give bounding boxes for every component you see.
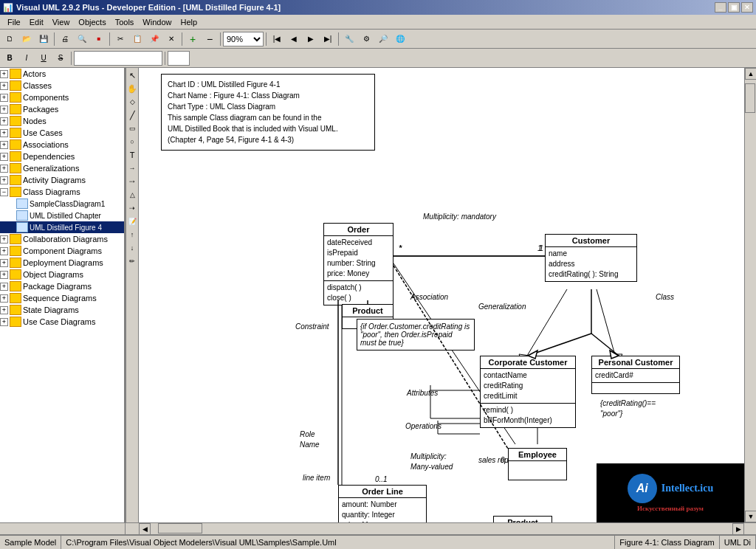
font-name-input[interactable] <box>74 51 162 66</box>
print-button[interactable]: 🖨 <box>57 31 73 47</box>
cut-button[interactable]: ✂ <box>112 31 128 47</box>
strikethrough-button[interactable]: S <box>52 50 69 66</box>
tree-item-packages[interactable]: + Packages <box>0 103 124 115</box>
h-scroll-thumb[interactable] <box>158 523 202 534</box>
bold-button[interactable]: B <box>1 50 18 66</box>
expand-dependencies[interactable]: + <box>0 153 8 161</box>
expand-collaboration[interactable]: + <box>0 235 8 244</box>
expand-component-diag[interactable]: + <box>0 247 8 255</box>
tree-item-collaboration[interactable]: + Collaboration Diagrams <box>0 233 124 245</box>
new-button[interactable]: 🗋 <box>1 31 18 47</box>
expand-usecase-diag[interactable]: + <box>0 318 8 326</box>
tree-item-state[interactable]: + State Diagrams <box>0 304 124 316</box>
paste-button[interactable]: 📌 <box>146 31 162 47</box>
tool-text[interactable]: T <box>126 149 138 161</box>
expand-sequence[interactable]: + <box>0 294 8 303</box>
scroll-up-button[interactable]: ▲ <box>745 68 756 80</box>
menu-window[interactable]: Window <box>138 16 176 28</box>
vertical-scrollbar[interactable]: ▲ ▼ <box>744 68 756 522</box>
tree-item-activity[interactable]: + Activity Diagrams <box>0 174 124 186</box>
class-personal[interactable]: Personal Customer creditCard# <box>591 356 680 394</box>
font-size-input[interactable] <box>168 51 190 66</box>
tree-item-sample1[interactable]: SampleClassDiagram1 <box>0 198 124 210</box>
scroll-right-button[interactable]: ▶ <box>732 523 744 535</box>
tree-item-usecases[interactable]: + Use Cases <box>0 127 124 139</box>
scroll-thumb[interactable] <box>745 83 755 113</box>
expand-classes[interactable]: + <box>0 82 8 90</box>
expand-classdiagrams[interactable]: − <box>0 188 8 196</box>
expand-activity[interactable]: + <box>0 176 8 184</box>
tree-item-components[interactable]: + Components <box>0 92 124 103</box>
menu-file[interactable]: File <box>3 16 25 28</box>
tree-item-distilled-ch[interactable]: UML Distilled Chapter <box>0 210 124 221</box>
tool-gen[interactable]: △ <box>126 189 138 201</box>
tree-item-generalizations[interactable]: + Generalizations <box>0 162 124 174</box>
tree-item-nodes[interactable]: + Nodes <box>0 115 124 127</box>
nav-fwd-button[interactable]: ▶ <box>303 31 319 47</box>
expand-actors[interactable]: + <box>0 70 8 78</box>
tree-item-deployment[interactable]: + Deployment Diagrams <box>0 257 124 269</box>
expand-generalizations[interactable]: + <box>0 165 8 173</box>
zoom-select[interactable]: 50% 75% 90% 100% 125% 150% 200% <box>223 32 264 46</box>
save-button[interactable]: 💾 <box>35 31 52 47</box>
menu-help[interactable]: Help <box>176 16 202 28</box>
tree-item-distilled-fig4[interactable]: UML Distilled Figure 4 <box>0 221 124 233</box>
class-orderline[interactable]: Order Line amount: Number quantity: Inte… <box>338 485 427 522</box>
nav-next-button[interactable]: ▶| <box>320 31 336 47</box>
expand-object[interactable]: + <box>0 271 8 279</box>
copy-button[interactable]: 📋 <box>129 31 145 47</box>
tree-item-actors[interactable]: + Actors <box>0 68 124 80</box>
tool2-button[interactable]: ⚙ <box>358 31 374 47</box>
tree-item-dependencies[interactable]: + Dependencies <box>0 151 124 162</box>
tool-arrow[interactable]: → <box>126 162 138 174</box>
tool-select[interactable]: ↖ <box>126 69 138 81</box>
tool-down[interactable]: ↓ <box>126 242 138 254</box>
expand-deployment[interactable]: + <box>0 259 8 267</box>
print-preview-button[interactable]: 🔍 <box>74 31 90 47</box>
class-customer[interactable]: Customer name address creditRating( ): S… <box>545 234 637 282</box>
scroll-down-button[interactable]: ▼ <box>745 511 756 522</box>
menu-tools[interactable]: Tools <box>111 16 139 28</box>
italic-button[interactable]: I <box>18 50 35 66</box>
expand-state[interactable]: + <box>0 306 8 314</box>
tree-item-package-diag[interactable]: + Package Diagrams <box>0 280 124 292</box>
class-order[interactable]: Order dateReceived isPrepaid number: Str… <box>323 223 394 305</box>
tool-depend[interactable]: ⇢ <box>126 202 138 214</box>
color-button[interactable]: ■ <box>91 31 107 47</box>
open-button[interactable]: 📂 <box>18 31 35 47</box>
subtract-button[interactable]: − <box>202 31 218 47</box>
tree-item-classes[interactable]: + Classes <box>0 80 124 92</box>
class-corporate[interactable]: Corporate Customer contactName creditRat… <box>480 356 576 428</box>
close-button[interactable]: ✕ <box>741 2 753 13</box>
expand-associations[interactable]: + <box>0 141 8 149</box>
nav-back-button[interactable]: ◀ <box>286 31 302 47</box>
tool-rect[interactable]: ▭ <box>126 122 138 134</box>
delete-button[interactable]: ✕ <box>163 31 179 47</box>
class-employee[interactable]: Employee <box>508 448 567 480</box>
tool-pencil[interactable]: ✏ <box>126 255 138 267</box>
expand-package-diag[interactable]: + <box>0 283 8 291</box>
menu-edit[interactable]: Edit <box>25 16 48 28</box>
scroll-left-button[interactable]: ◀ <box>139 523 151 535</box>
tree-item-sequence[interactable]: + Sequence Diagrams <box>0 292 124 304</box>
nav-prev-button[interactable]: |◀ <box>269 31 285 47</box>
tool-line[interactable]: ╱ <box>126 109 138 121</box>
tool-dashed[interactable]: ⤏ <box>126 176 138 187</box>
underline-button[interactable]: U <box>35 50 52 66</box>
menu-view[interactable]: View <box>48 16 75 28</box>
class-product-bottom[interactable]: Product <box>493 516 552 522</box>
tree-item-classdiagrams[interactable]: − Class Diagrams <box>0 186 124 198</box>
tree-item-component-diag[interactable]: + Component Diagrams <box>0 245 124 257</box>
minimize-button[interactable]: _ <box>715 2 726 13</box>
tool-note[interactable]: 📝 <box>126 215 138 227</box>
tree-item-usecase-diag[interactable]: + Use Case Diagrams <box>0 316 124 328</box>
tool3-button[interactable]: 🔎 <box>375 31 391 47</box>
tree-item-associations[interactable]: + Associations <box>0 139 124 151</box>
tool-circle[interactable]: ○ <box>126 136 138 148</box>
restore-button[interactable]: ▣ <box>728 2 740 13</box>
expand-nodes[interactable]: + <box>0 117 8 125</box>
add-button[interactable]: + <box>185 31 201 47</box>
tool1-button[interactable]: 🔧 <box>341 31 357 47</box>
menu-objects[interactable]: Objects <box>74 16 110 28</box>
expand-packages[interactable]: + <box>0 106 8 114</box>
